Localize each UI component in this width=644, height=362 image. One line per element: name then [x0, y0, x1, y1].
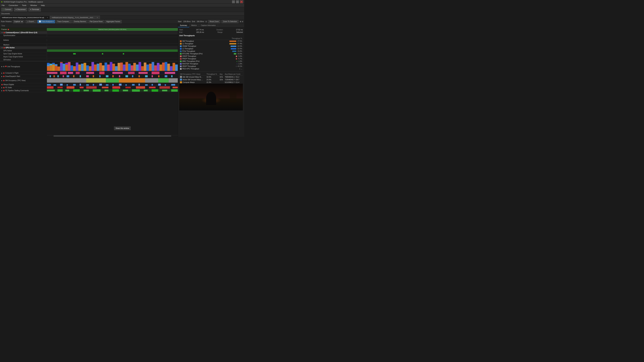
- flat-queue-rows-button[interactable]: Flat Queue Rows: [88, 20, 104, 23]
- tab-1-close[interactable]: ✕: [97, 17, 98, 18]
- markers-label: Markers: [0, 44, 47, 46]
- hscroll-thumb[interactable]: [54, 135, 171, 137]
- svg-rect-85: [106, 75, 108, 77]
- gpu-active-status: [4, 47, 5, 48]
- svg-rect-80: [73, 75, 74, 77]
- compute-collapse[interactable]: ▶: [1, 72, 2, 74]
- ruler-select[interactable]: Capture: [13, 20, 24, 23]
- tp-name-9: RASTER Throughput: [179, 62, 219, 65]
- svg-rect-78: [63, 75, 64, 77]
- zoom-icons: ⊕ ⊖: [240, 21, 243, 22]
- svg-rect-108: [73, 84, 76, 86]
- aggregate-frames-button[interactable]: Aggregate Frames: [105, 20, 122, 23]
- throughput-section-header: Unit Throughputs: [179, 34, 243, 36]
- compute-content: [47, 71, 178, 75]
- disconnect-button[interactable]: ✕ Disconnect: [14, 8, 27, 11]
- ruler-relative-label: Ruler Relative:: [1, 21, 12, 22]
- tab-summary[interactable]: Summary: [178, 24, 189, 27]
- gpu-active-svg: [47, 49, 178, 52]
- menu-window[interactable]: Window: [30, 4, 38, 6]
- tp-color-10: [180, 65, 182, 67]
- draw-collapse[interactable]: ▶: [1, 76, 2, 77]
- sm-collapse[interactable]: ▶: [1, 80, 2, 81]
- scene-figure: [206, 92, 216, 105]
- timeline-hscroll[interactable]: [47, 135, 178, 137]
- reset-zoom-button[interactable]: Reset Zoom: [208, 20, 220, 23]
- sm-occ-section: SM Occupancy (TPC View) Throughput % Avg…: [179, 71, 243, 84]
- gpu-active-row: GPU Active: [0, 49, 178, 52]
- svg-rect-22: [73, 66, 76, 71]
- unit-tp-collapse[interactable]: ▶: [1, 66, 2, 67]
- svg-rect-126: [66, 86, 74, 89]
- menu-help[interactable]: Help: [40, 4, 46, 6]
- svg-rect-43: [128, 64, 131, 71]
- end-label: End:: [192, 21, 196, 22]
- tp-bar-7: [236, 58, 237, 59]
- menu-file[interactable]: File: [1, 4, 5, 6]
- gpu-active-label: GPU Active: [0, 50, 47, 52]
- svg-rect-123: [171, 84, 175, 86]
- timeline-rows[interactable]: Frames Matched Frame (166.00ms) (active=…: [0, 28, 178, 135]
- frames-text: Frames: [1, 28, 7, 30]
- tp-val-4: 15.8%: [219, 50, 243, 52]
- scene-ruins: [230, 92, 236, 102]
- svg-rect-17: [63, 64, 66, 71]
- fe-pipeline-content: [47, 89, 178, 92]
- svg-rect-26: [84, 63, 86, 71]
- svg-rect-40: [120, 62, 123, 71]
- zoom-in-icon[interactable]: ⊕: [240, 21, 241, 22]
- frames-row: Frames Matched Frame (166.00ms) (active=…: [0, 28, 178, 31]
- gpu-section-collapse[interactable]: ▼: [1, 47, 3, 49]
- svg-rect-49: [144, 62, 146, 71]
- sm-color-0: [180, 76, 182, 78]
- svg-rect-98: [106, 78, 119, 83]
- zoom-to-selection-button[interactable]: Zoom To Selection: [222, 20, 238, 23]
- overlay-barriers-button[interactable]: Overlay Barriers: [72, 20, 88, 23]
- tp-name-8: MMU Throughput (Pro): [179, 60, 219, 62]
- sync-label: Synchronization: [0, 34, 47, 36]
- sync-copy-text: Sync Copy Engine Active: [3, 53, 22, 55]
- maximize-button[interactable]: □: [236, 0, 239, 3]
- throughput-table: Throughput % SM Throughput 27.5% L1 Thro…: [179, 37, 243, 70]
- summary-start-row: Start: 147.74 ms Duration: 17.52 ms: [179, 29, 243, 31]
- svg-rect-71: [138, 72, 148, 74]
- tp-bar-2: [230, 45, 236, 47]
- commandqueue-collapse[interactable]: ▼: [1, 32, 3, 33]
- async-copy-text: Async Copy Engine Active: [3, 56, 23, 58]
- svg-rect-28: [89, 66, 92, 71]
- tp-color-5: [180, 53, 182, 55]
- zoom-out-icon[interactable]: ⊖: [242, 21, 243, 22]
- right-content[interactable]: Start: 147.74 ms Duration: 17.52 ms End:…: [178, 27, 244, 137]
- svg-rect-54: [157, 63, 160, 71]
- range-label-r: Range:: [218, 31, 223, 33]
- svg-rect-90: [138, 75, 140, 77]
- minimize-button[interactable]: —: [232, 0, 235, 3]
- tab-1[interactable]: HellbladeGame-Win64-Shipping__TLAS_1bee6…: [50, 15, 100, 19]
- close-button[interactable]: ✕: [240, 0, 243, 3]
- trace-analysis-button[interactable]: 📊 Trace Analysis ▾: [38, 20, 55, 23]
- svg-rect-67: [86, 72, 94, 74]
- tab-metrics[interactable]: Metrics: [189, 24, 199, 27]
- fe-stalls-collapse[interactable]: ▶: [1, 87, 2, 88]
- screenshot-area: [179, 84, 243, 110]
- fe-pipeline-collapse[interactable]: ▶: [1, 90, 2, 91]
- svg-rect-23: [76, 62, 78, 71]
- menu-tools[interactable]: Tools: [21, 4, 27, 6]
- tp-val-1: 27.4%: [219, 42, 243, 45]
- sm-avg-0: 31%: [219, 76, 224, 78]
- tab-0[interactable]: HellbladeGame-Win64-Shipping.exe_2022022…: [0, 15, 50, 19]
- tab-0-close[interactable]: ✕: [47, 17, 48, 18]
- tp-name-3: L2 Throughput: [179, 47, 219, 50]
- export-button[interactable]: ⤓ Export...: [26, 20, 37, 23]
- menu-connection[interactable]: Connection: [8, 4, 19, 6]
- trace-compare-button[interactable]: Trace Compare...: [56, 20, 72, 23]
- connect-button[interactable]: ⬡ Connect: [1, 8, 12, 11]
- tab-capture-info[interactable]: Capture Information: [199, 24, 218, 27]
- warps-content: [47, 83, 178, 86]
- svg-rect-73: [165, 72, 175, 74]
- terminate-button[interactable]: ✕ Terminate: [28, 8, 41, 11]
- svg-rect-61: [175, 64, 178, 71]
- svg-rect-27: [86, 65, 89, 71]
- tp-label-11: PES+VPC Throughput: [182, 68, 199, 70]
- sm-occ-svg: [47, 78, 178, 83]
